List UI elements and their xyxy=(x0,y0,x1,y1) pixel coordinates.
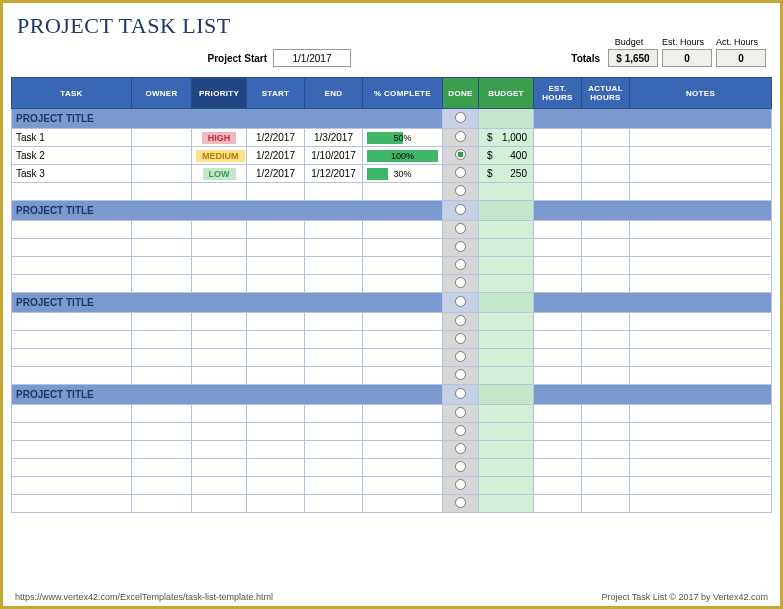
budget-cell[interactable] xyxy=(479,385,534,405)
pct-cell[interactable] xyxy=(363,423,443,441)
start-cell[interactable] xyxy=(247,183,305,201)
done-cell[interactable] xyxy=(443,385,479,405)
radio-icon[interactable] xyxy=(455,167,466,178)
done-cell[interactable] xyxy=(443,405,479,423)
pct-cell[interactable]: 50% xyxy=(363,129,443,147)
radio-icon[interactable] xyxy=(455,407,466,418)
end-cell[interactable] xyxy=(305,477,363,495)
radio-icon[interactable] xyxy=(455,497,466,508)
end-cell[interactable] xyxy=(305,349,363,367)
radio-icon[interactable] xyxy=(455,149,466,160)
budget-cell[interactable] xyxy=(479,349,534,367)
owner-cell[interactable] xyxy=(132,239,192,257)
notes-cell[interactable] xyxy=(630,275,772,293)
owner-cell[interactable] xyxy=(132,275,192,293)
radio-icon[interactable] xyxy=(455,241,466,252)
end-cell[interactable] xyxy=(305,313,363,331)
start-cell[interactable] xyxy=(247,495,305,513)
task-cell[interactable] xyxy=(12,495,132,513)
acthrs-cell[interactable] xyxy=(582,349,630,367)
start-cell[interactable]: 1/2/2017 xyxy=(247,147,305,165)
pct-cell[interactable] xyxy=(363,221,443,239)
end-cell[interactable] xyxy=(305,367,363,385)
acthrs-cell[interactable] xyxy=(582,183,630,201)
owner-cell[interactable] xyxy=(132,165,192,183)
start-cell[interactable]: 1/2/2017 xyxy=(247,129,305,147)
start-cell[interactable] xyxy=(247,313,305,331)
budget-cell[interactable] xyxy=(479,221,534,239)
start-cell[interactable] xyxy=(247,441,305,459)
pct-cell[interactable] xyxy=(363,313,443,331)
task-cell[interactable]: Task 1 xyxy=(12,129,132,147)
budget-cell[interactable] xyxy=(479,201,534,221)
section-rest[interactable] xyxy=(534,293,772,313)
start-cell[interactable] xyxy=(247,221,305,239)
acthrs-cell[interactable] xyxy=(582,165,630,183)
pct-cell[interactable] xyxy=(363,349,443,367)
section-title[interactable]: PROJECT TITLE xyxy=(12,385,443,405)
radio-icon[interactable] xyxy=(455,425,466,436)
pct-cell[interactable] xyxy=(363,405,443,423)
section-title[interactable]: PROJECT TITLE xyxy=(12,293,443,313)
end-cell[interactable] xyxy=(305,331,363,349)
priority-cell[interactable] xyxy=(192,423,247,441)
start-cell[interactable] xyxy=(247,349,305,367)
acthrs-cell[interactable] xyxy=(582,129,630,147)
done-cell[interactable] xyxy=(443,423,479,441)
done-cell[interactable] xyxy=(443,331,479,349)
radio-icon[interactable] xyxy=(455,461,466,472)
done-cell[interactable] xyxy=(443,495,479,513)
owner-cell[interactable] xyxy=(132,349,192,367)
priority-cell[interactable] xyxy=(192,405,247,423)
budget-cell[interactable] xyxy=(479,239,534,257)
radio-icon[interactable] xyxy=(455,204,466,215)
done-cell[interactable] xyxy=(443,129,479,147)
budget-cell[interactable] xyxy=(479,331,534,349)
esthrs-cell[interactable] xyxy=(534,257,582,275)
notes-cell[interactable] xyxy=(630,477,772,495)
budget-cell[interactable] xyxy=(479,293,534,313)
acthrs-cell[interactable] xyxy=(582,477,630,495)
owner-cell[interactable] xyxy=(132,257,192,275)
priority-cell[interactable] xyxy=(192,183,247,201)
done-cell[interactable] xyxy=(443,239,479,257)
done-cell[interactable] xyxy=(443,109,479,129)
acthrs-cell[interactable] xyxy=(582,423,630,441)
pct-cell[interactable] xyxy=(363,275,443,293)
pct-cell[interactable] xyxy=(363,495,443,513)
start-cell[interactable] xyxy=(247,239,305,257)
done-cell[interactable] xyxy=(443,201,479,221)
esthrs-cell[interactable] xyxy=(534,495,582,513)
radio-icon[interactable] xyxy=(455,315,466,326)
radio-icon[interactable] xyxy=(455,351,466,362)
done-cell[interactable] xyxy=(443,293,479,313)
pct-cell[interactable] xyxy=(363,239,443,257)
task-cell[interactable] xyxy=(12,441,132,459)
budget-cell[interactable] xyxy=(479,257,534,275)
task-cell[interactable] xyxy=(12,183,132,201)
owner-cell[interactable] xyxy=(132,405,192,423)
section-rest[interactable] xyxy=(534,201,772,221)
esthrs-cell[interactable] xyxy=(534,367,582,385)
esthrs-cell[interactable] xyxy=(534,477,582,495)
pct-cell[interactable] xyxy=(363,183,443,201)
start-cell[interactable] xyxy=(247,275,305,293)
priority-cell[interactable] xyxy=(192,495,247,513)
notes-cell[interactable] xyxy=(630,459,772,477)
priority-cell[interactable] xyxy=(192,349,247,367)
task-cell[interactable] xyxy=(12,275,132,293)
acthrs-cell[interactable] xyxy=(582,405,630,423)
done-cell[interactable] xyxy=(443,183,479,201)
acthrs-cell[interactable] xyxy=(582,147,630,165)
esthrs-cell[interactable] xyxy=(534,239,582,257)
task-cell[interactable] xyxy=(12,239,132,257)
radio-icon[interactable] xyxy=(455,185,466,196)
budget-cell[interactable] xyxy=(479,275,534,293)
budget-cell[interactable]: $250 xyxy=(479,165,534,183)
priority-cell[interactable] xyxy=(192,313,247,331)
esthrs-cell[interactable] xyxy=(534,147,582,165)
acthrs-cell[interactable] xyxy=(582,239,630,257)
start-cell[interactable] xyxy=(247,367,305,385)
acthrs-cell[interactable] xyxy=(582,313,630,331)
start-cell[interactable] xyxy=(247,423,305,441)
